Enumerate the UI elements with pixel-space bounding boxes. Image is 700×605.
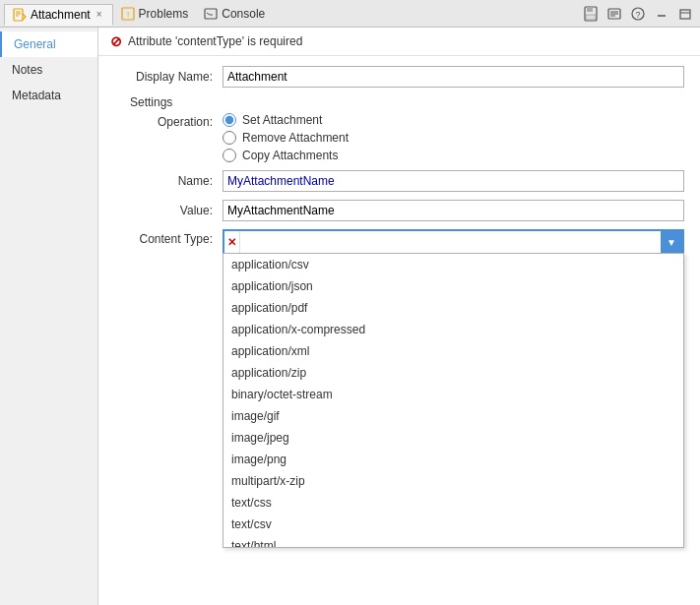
- console-tab-icon: [204, 7, 218, 21]
- value-row: Value:: [114, 200, 684, 221]
- content-type-error-marker: ✕: [224, 231, 240, 253]
- content-type-dropdown-wrapper: ✕ ▼ application/csv application/json app…: [223, 229, 684, 255]
- title-bar: Attachment × ! Problems Console: [0, 0, 700, 28]
- display-name-input[interactable]: [223, 66, 684, 88]
- display-name-label: Display Name:: [114, 70, 223, 84]
- main-container: General Notes Metadata ⊘ Attribute 'cont…: [0, 28, 700, 605]
- svg-rect-10: [587, 7, 593, 12]
- content-type-error-x: ✕: [227, 236, 236, 249]
- operation-row: Operation: Set Attachment Remove Attachm…: [114, 113, 684, 162]
- radio-group: Set Attachment Remove Attachment Copy At…: [223, 113, 349, 162]
- content-type-input[interactable]: [240, 231, 661, 253]
- help-button[interactable]: ?: [627, 3, 649, 25]
- svg-rect-19: [680, 10, 690, 19]
- svg-rect-11: [586, 15, 596, 20]
- operation-label: Operation:: [114, 113, 223, 129]
- tab-console[interactable]: Console: [196, 4, 273, 24]
- dropdown-option-image-png[interactable]: image/png: [223, 449, 683, 470]
- dropdown-option-x-compressed[interactable]: application/x-compressed: [223, 319, 683, 340]
- problems-tab-icon: !: [121, 7, 135, 21]
- save-button[interactable]: [580, 3, 602, 25]
- radio-remove-input[interactable]: [223, 131, 236, 145]
- radio-set-attachment: Set Attachment: [223, 113, 349, 127]
- value-label: Value:: [114, 204, 223, 217]
- radio-copy-attachments: Copy Attachments: [223, 149, 349, 162]
- tab-problems-label: Problems: [139, 7, 189, 21]
- error-banner: ⊘ Attribute 'contentType' is required: [98, 28, 700, 56]
- dropdown-option-octet-stream[interactable]: binary/octet-stream: [223, 384, 683, 405]
- settings-label: Settings: [114, 95, 684, 109]
- dropdown-option-pdf[interactable]: application/pdf: [223, 297, 683, 319]
- tab-problems[interactable]: ! Problems: [113, 4, 197, 24]
- radio-set-label: Set Attachment: [242, 113, 322, 127]
- dropdown-option-text-html[interactable]: text/html: [223, 535, 683, 548]
- dropdown-option-text-csv[interactable]: text/csv: [223, 514, 683, 535]
- tab-attachment[interactable]: Attachment ×: [4, 4, 113, 26]
- name-label: Name:: [114, 174, 223, 188]
- radio-remove-attachment: Remove Attachment: [223, 131, 349, 145]
- attachment-tab-icon: [13, 8, 27, 22]
- svg-line-7: [207, 13, 210, 15]
- sidebar: General Notes Metadata: [0, 28, 98, 605]
- tab-group: Attachment × ! Problems Console: [4, 3, 273, 25]
- error-icon: ⊘: [110, 33, 122, 49]
- display-name-row: Display Name:: [114, 66, 684, 88]
- dropdown-option-xml[interactable]: application/xml: [223, 340, 683, 362]
- sidebar-item-metadata[interactable]: Metadata: [0, 83, 97, 108]
- dropdown-option-image-jpeg[interactable]: image/jpeg: [223, 427, 683, 449]
- content-area: ⊘ Attribute 'contentType' is required Di…: [98, 28, 700, 605]
- toolbar-buttons: ?: [580, 3, 696, 25]
- dropdown-input-container: ✕ ▼: [223, 229, 684, 255]
- name-row: Name:: [114, 170, 684, 192]
- tab-attachment-close[interactable]: ×: [95, 9, 104, 20]
- tab-console-label: Console: [222, 7, 265, 21]
- sidebar-item-general[interactable]: General: [0, 31, 97, 57]
- svg-rect-6: [205, 9, 217, 19]
- sidebar-item-notes[interactable]: Notes: [0, 57, 97, 83]
- tab-attachment-label: Attachment: [31, 8, 91, 22]
- form-area: Display Name: Settings Operation: Set At…: [98, 56, 700, 265]
- dropdown-option-zip[interactable]: application/zip: [223, 362, 683, 384]
- dropdown-option-csv[interactable]: application/csv: [223, 254, 683, 275]
- settings-section: Settings Operation: Set Attachment Remov…: [114, 95, 684, 162]
- content-type-dropdown-arrow[interactable]: ▼: [661, 231, 682, 253]
- name-input[interactable]: [223, 170, 684, 192]
- svg-rect-0: [14, 9, 23, 21]
- svg-text:?: ?: [635, 10, 640, 20]
- dropdown-option-image-gif[interactable]: image/gif: [223, 405, 683, 427]
- content-type-row: Content Type: ✕ ▼ application/csv: [114, 229, 684, 255]
- dropdown-option-json[interactable]: application/json: [223, 275, 683, 297]
- content-type-label: Content Type:: [114, 229, 223, 246]
- radio-remove-label: Remove Attachment: [242, 131, 349, 145]
- list-button[interactable]: [604, 3, 625, 25]
- radio-set-input[interactable]: [223, 113, 236, 127]
- dropdown-arrow-icon: ▼: [667, 237, 676, 248]
- radio-copy-input[interactable]: [223, 149, 236, 162]
- radio-copy-label: Copy Attachments: [242, 149, 338, 162]
- content-type-dropdown-list: application/csv application/json applica…: [223, 253, 684, 548]
- minimize-button[interactable]: [651, 3, 672, 25]
- value-input[interactable]: [223, 200, 684, 221]
- maximize-button[interactable]: [674, 3, 696, 25]
- dropdown-option-text-css[interactable]: text/css: [223, 492, 683, 514]
- error-message: Attribute 'contentType' is required: [128, 34, 302, 48]
- dropdown-option-multipart-x-zip[interactable]: multipart/x-zip: [223, 470, 683, 492]
- svg-text:!: !: [126, 10, 128, 19]
